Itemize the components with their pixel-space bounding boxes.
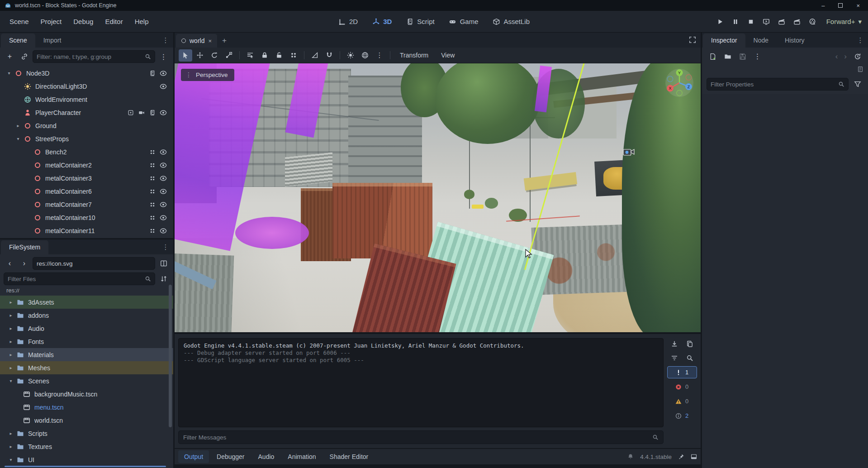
nav-back-button[interactable]: ‹ (4, 258, 16, 270)
file-row-world[interactable]: world.tscn (0, 414, 173, 427)
script-icon[interactable] (147, 110, 158, 116)
tree-node-metalcontainer10[interactable]: metalContainer10 (0, 211, 173, 224)
script-icon[interactable] (147, 70, 158, 76)
tree-node-metalcontainer6[interactable]: metalContainer6 (0, 185, 173, 198)
output-info-filter[interactable]: 2 (667, 410, 697, 422)
file-row-addons[interactable]: ▸ addons (0, 309, 173, 322)
file-row-meshes[interactable]: ▸ Meshes (0, 361, 173, 374)
resource-menu-button[interactable]: ⋮ (751, 50, 764, 62)
sun-settings-button[interactable] (344, 49, 357, 62)
output-important-filter[interactable]: 1 (667, 366, 697, 378)
property-filter-button[interactable] (851, 78, 863, 91)
tree-node-bench2[interactable]: Bench2 (0, 145, 173, 158)
file-row-textures[interactable]: ▸ Textures (0, 440, 173, 453)
collapse-duplicates-button[interactable] (669, 352, 680, 364)
group-nodes-button[interactable] (287, 49, 300, 62)
pause-button[interactable] (729, 15, 743, 28)
tree-node-playercharacter[interactable]: PlayerCharacter (0, 106, 173, 119)
filter-files-input[interactable]: Filter Files (4, 272, 155, 285)
play-button[interactable] (713, 15, 727, 28)
eye-icon[interactable] (158, 227, 169, 234)
collapse-arrow-icon[interactable]: ▸ (6, 339, 15, 344)
filter-messages-input[interactable]: Filter Messages (178, 430, 664, 444)
group-icon[interactable] (147, 228, 158, 234)
filesystem-dock-menu-button[interactable]: ⋮ (161, 242, 171, 252)
group-icon[interactable] (147, 175, 158, 181)
file-row-ui[interactable]: ▾ UI (0, 453, 173, 466)
group-icon[interactable] (147, 162, 158, 168)
nav-forward-button[interactable]: › (18, 258, 30, 270)
eye-icon[interactable] (158, 201, 169, 208)
perspective-menu[interactable]: ⋮ Perspective (181, 69, 234, 81)
eye-icon[interactable] (158, 70, 169, 77)
file-row-3dassets[interactable]: ▸ 3dAssets (0, 296, 173, 309)
output-log[interactable]: Godot Engine v4.4.1.stable.steam (c) 200… (178, 338, 664, 427)
eye-icon[interactable] (158, 162, 169, 169)
file-row-fonts[interactable]: ▸ Fonts (0, 335, 173, 348)
search-log-button[interactable] (684, 352, 696, 364)
collapse-arrow-icon[interactable]: ▸ (6, 444, 15, 449)
move-tool-button[interactable] (193, 49, 207, 62)
copy-log-button[interactable] (684, 338, 696, 350)
tab-node[interactable]: Node (745, 33, 777, 48)
collapse-arrow-icon[interactable]: ▸ (6, 300, 15, 305)
tab-history[interactable]: History (777, 33, 813, 48)
collapse-arrow-icon[interactable]: ▸ (6, 365, 15, 370)
group-icon[interactable] (147, 201, 158, 208)
add-node-button[interactable]: + (4, 51, 16, 63)
collapse-arrow-icon[interactable]: ▸ (6, 352, 15, 357)
play-remote-button[interactable] (759, 15, 773, 28)
notifications-icon[interactable] (627, 454, 634, 460)
environment-settings-button[interactable] (358, 49, 372, 62)
lock-node-button[interactable] (258, 49, 271, 62)
scene-dock-menu-button[interactable]: ⋮ (161, 35, 171, 45)
bottom-tab-animation[interactable]: Animation (282, 450, 322, 463)
version-label[interactable]: 4.4.1.stable (640, 454, 672, 460)
file-row-materials[interactable]: ▸ Materials (0, 348, 173, 361)
rotate-tool-button[interactable] (208, 49, 221, 62)
tree-node-node3d[interactable]: ▾ Node3D (0, 67, 173, 80)
stop-button[interactable] (744, 15, 758, 28)
new-resource-button[interactable] (707, 50, 719, 62)
eye-icon[interactable] (158, 175, 169, 182)
workspace-game[interactable]: Game (444, 15, 484, 28)
maximize-button[interactable] (838, 3, 843, 8)
play-custom-scene-button[interactable] (790, 15, 804, 28)
tab-inspector[interactable]: Inspector (703, 33, 745, 48)
snap-toggle-button[interactable] (323, 49, 336, 62)
scene-tab-world[interactable]: world × (176, 34, 217, 48)
movie-maker-button[interactable] (806, 15, 820, 28)
list-select-button[interactable] (243, 49, 257, 62)
group-icon[interactable] (147, 215, 158, 221)
minimize-button[interactable]: – (821, 2, 825, 9)
tree-node-ground[interactable]: ▸ Ground (0, 119, 173, 132)
close-tab-icon[interactable]: × (208, 38, 212, 44)
expand-arrow-icon[interactable]: ▾ (14, 136, 23, 141)
history-forward-button[interactable]: › (842, 52, 849, 61)
file-row-menu[interactable]: menu.tscn (0, 401, 173, 414)
play-scene-button[interactable] (775, 15, 789, 28)
unlock-node-button[interactable] (272, 49, 286, 62)
ruler-tool-button[interactable] (308, 49, 322, 62)
output-error-filter[interactable]: 0 (667, 381, 697, 393)
tree-node-worldenvironment[interactable]: WorldEnvironment (0, 93, 173, 106)
renderer-dropdown[interactable]: Forward+ ▾ (821, 16, 864, 28)
new-scene-tab-button[interactable]: + (218, 35, 230, 47)
file-row-backgroundmusic[interactable]: backgroundMusic.tscn (0, 387, 173, 401)
instance-icon[interactable] (125, 110, 136, 116)
file-row-audio[interactable]: ▸ Audio (0, 322, 173, 335)
edit-history-button[interactable] (851, 50, 863, 62)
collapse-arrow-icon[interactable]: ▸ (14, 123, 23, 128)
open-docs-icon[interactable] (857, 66, 863, 72)
pin-bottom-panel-icon[interactable] (678, 454, 684, 460)
expand-viewport-button[interactable] (689, 36, 696, 43)
camera-gizmo[interactable] (622, 147, 636, 159)
expand-arrow-icon[interactable]: ▾ (6, 378, 15, 383)
close-window-button[interactable]: × (856, 2, 860, 9)
eye-icon[interactable] (158, 188, 169, 195)
eye-icon[interactable] (158, 83, 169, 90)
collapse-arrow-icon[interactable]: ▸ (6, 326, 15, 331)
menu-debug[interactable]: Debug (67, 14, 99, 29)
save-log-button[interactable] (669, 338, 680, 350)
group-icon[interactable] (147, 149, 158, 155)
